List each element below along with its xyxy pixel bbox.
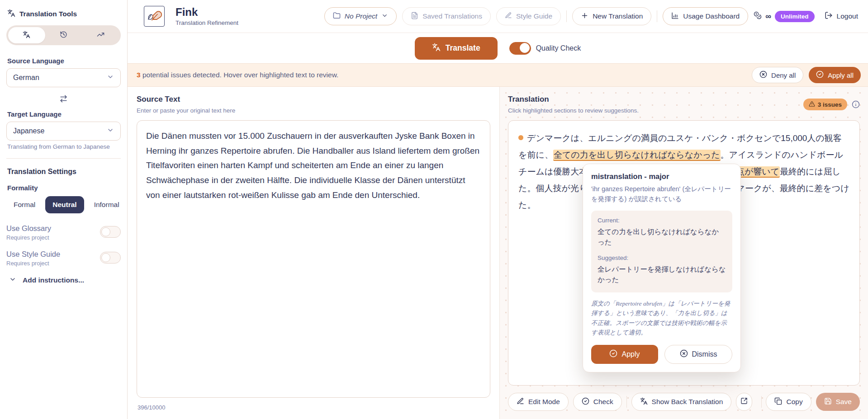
target-language-select[interactable]: Japanese — [6, 122, 121, 141]
add-instructions-label: Add instructions... — [23, 276, 84, 284]
history-clock-icon — [60, 31, 67, 40]
chevron-down-icon — [107, 73, 114, 82]
translate-button[interactable]: Translate — [415, 37, 498, 60]
app-name: Fink — [175, 6, 238, 18]
suggested-label: Suggested: — [598, 254, 726, 261]
source-panel: Source Text Enter or paste your original… — [128, 87, 500, 419]
deny-all-label: Deny all — [771, 71, 796, 79]
header-divider — [657, 10, 657, 22]
edit-mode-button[interactable]: Edit Mode — [508, 393, 569, 411]
edit-mode-label: Edit Mode — [528, 398, 560, 406]
folder-icon — [333, 12, 341, 21]
style-guide-button[interactable]: Style Guide — [496, 7, 561, 25]
translate-icon — [432, 43, 441, 54]
use-style-guide-row: Use Style Guide Requires project — [6, 250, 121, 267]
open-in-new-button[interactable] — [736, 393, 752, 411]
dismiss-suggestion-button[interactable]: Dismiss — [664, 345, 732, 364]
swap-languages-button[interactable] — [59, 94, 68, 103]
issue-explanation: 原文の「Repertoire abrufen」は「レパートリーを発揮する」という… — [591, 299, 732, 338]
current-text: 全ての力を出し切らなければならなかった — [598, 226, 726, 248]
source-title: Source Text — [137, 95, 490, 104]
use-glossary-row: Use Glossary Requires project — [6, 224, 121, 241]
toggle-knob — [101, 227, 110, 236]
tab-trends[interactable] — [82, 27, 119, 43]
use-glossary-toggle[interactable] — [100, 226, 121, 238]
copy-label: Copy — [786, 398, 802, 406]
new-translation-button[interactable]: New Translation — [572, 7, 651, 25]
usage-dashboard-label: Usage Dashboard — [683, 12, 740, 20]
apply-all-label: Apply all — [828, 71, 854, 79]
header: Fink Translation Refinement No Project S… — [128, 0, 868, 33]
formality-option-neutral[interactable]: Neutral — [45, 196, 84, 213]
issue-comparison-box: Current: 全ての力を出し切らなければならなかった Suggested: … — [591, 211, 732, 292]
quality-check-toggle[interactable] — [509, 42, 531, 55]
plus-icon — [581, 12, 588, 21]
issue-count: 3 — [137, 71, 141, 79]
translation-subtitle: Click highlighted sections to review sug… — [508, 107, 639, 114]
sidebar-header: Translation Tools — [6, 8, 121, 25]
alert-triangle-icon — [809, 101, 815, 108]
source-text-input[interactable]: Die Dänen mussten vor 15.000 Zuschauern … — [137, 120, 490, 398]
issues-alert-bar: 3 potential issues detected. Hover over … — [128, 63, 868, 87]
formality-option-informal[interactable]: Informal — [87, 196, 127, 213]
formality-option-formal[interactable]: Formal — [6, 196, 43, 213]
deny-all-button[interactable]: Deny all — [752, 67, 803, 83]
check-button[interactable]: Check — [573, 393, 622, 411]
project-selector[interactable]: No Project — [324, 7, 397, 25]
show-back-translation-button[interactable]: Show Back Translation — [631, 393, 732, 411]
copy-button[interactable]: Copy — [766, 393, 811, 411]
tab-translate[interactable] — [8, 27, 45, 43]
app-subtitle: Translation Refinement — [175, 19, 238, 26]
x-circle-icon — [680, 349, 688, 359]
app-logo — [144, 6, 165, 27]
tab-history[interactable] — [45, 27, 82, 43]
source-language-label: Source Language — [7, 57, 120, 65]
arrow-out-of-box-icon — [740, 397, 748, 406]
check-label: Check — [593, 398, 613, 406]
usage-dashboard-button[interactable]: Usage Dashboard — [663, 7, 748, 25]
copy-icon — [774, 397, 782, 407]
apply-suggestion-button[interactable]: Apply — [591, 345, 658, 364]
use-style-guide-note: Requires project — [6, 260, 60, 267]
use-style-guide-toggle[interactable] — [100, 252, 121, 264]
new-translation-label: New Translation — [593, 12, 643, 20]
coins-icon — [754, 11, 762, 21]
segment-bullet-icon — [518, 135, 523, 140]
current-label: Current: — [598, 217, 726, 224]
settings-title: Translation Settings — [7, 168, 120, 176]
use-style-guide-label: Use Style Guide — [6, 250, 60, 259]
source-language-select[interactable]: German — [6, 68, 121, 87]
apply-all-button[interactable]: Apply all — [809, 67, 861, 83]
save-button[interactable]: Save — [816, 393, 860, 411]
show-back-translation-label: Show Back Translation — [652, 398, 723, 406]
saved-translations-button[interactable]: Saved Translations — [402, 7, 491, 25]
header-divider — [566, 10, 567, 22]
pen-icon — [505, 12, 512, 21]
translation-title: Translation — [508, 95, 639, 104]
project-selector-value: No Project — [345, 12, 377, 20]
highlighted-issue-span[interactable]: 全ての力を出し切らなければならなかった — [553, 150, 721, 161]
sidebar-divider — [6, 158, 121, 159]
pen-icon — [517, 397, 524, 407]
check-circle-icon — [816, 71, 824, 80]
logout-button[interactable]: Logout — [825, 11, 858, 21]
chevron-down-icon — [9, 276, 16, 285]
info-icon[interactable] — [852, 100, 860, 108]
translate-icon — [640, 397, 648, 407]
log-out-icon — [825, 11, 833, 21]
translate-label: Translate — [446, 43, 480, 53]
quality-check-control: Quality Check — [509, 42, 581, 55]
chevron-down-icon — [381, 12, 388, 21]
sidebar: Translation Tools Source Language German… — [0, 0, 128, 419]
apply-label: Apply — [621, 350, 640, 358]
quality-check-label: Quality Check — [536, 44, 581, 52]
sidebar-title: Translation Tools — [19, 10, 77, 18]
translate-toolbar: Translate Quality Check — [128, 33, 868, 63]
tool-tabbar — [6, 25, 121, 45]
trending-up-icon — [97, 31, 104, 40]
add-instructions-button[interactable]: Add instructions... — [9, 276, 118, 285]
alert-message: 3 potential issues detected. Hover over … — [137, 71, 338, 79]
save-icon — [824, 397, 832, 407]
toggle-knob — [520, 43, 530, 53]
source-subtitle: Enter or paste your original text here — [137, 107, 490, 114]
